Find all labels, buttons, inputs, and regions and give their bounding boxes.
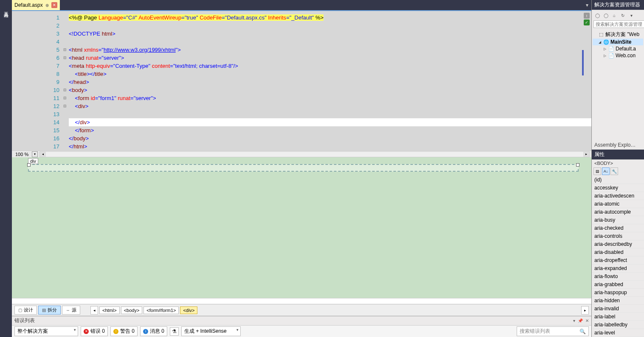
property-row[interactable]: aria-activedescen	[592, 192, 644, 200]
breadcrumb-prev-icon[interactable]: ◂	[90, 306, 98, 315]
property-row[interactable]: aria-dropeffect	[592, 256, 644, 265]
refresh-icon[interactable]: ↻	[619, 11, 627, 19]
scroll-left-icon[interactable]: ◂	[40, 152, 46, 157]
wrench-icon[interactable]: 🔧	[610, 167, 618, 175]
selected-element-outline[interactable]	[28, 164, 579, 172]
breadcrumb-div[interactable]: <div>	[180, 306, 197, 314]
breadcrumb-form[interactable]: <form#form1>	[143, 306, 179, 314]
property-row[interactable]: aria-level	[592, 329, 644, 337]
solution-tree[interactable]: ⬚解决方案 "Web ◢🌐MainSite ▷📄Default.a ▷📄Web.…	[592, 30, 644, 63]
property-row[interactable]: aria-busy	[592, 216, 644, 224]
error-search-input[interactable]: 搜索错误列表🔍	[517, 326, 589, 336]
property-row[interactable]: aria-haspopup	[592, 289, 644, 297]
source-icon: ↔	[66, 308, 70, 312]
filter-icon: ⚗	[172, 329, 177, 334]
view-switcher-bar: ▢设计 ▤拆分 ↔源 ◂ <html> <body> <form#form1> …	[12, 304, 591, 316]
build-dropdown[interactable]: 生成 + IntelliSense	[181, 326, 241, 336]
tab-overflow-icon[interactable]: ▾	[583, 0, 591, 10]
filter-button[interactable]: ⚗	[170, 327, 179, 336]
assembly-explorer-header[interactable]: Assembly Explo…	[592, 141, 644, 150]
warning-icon: !	[113, 329, 118, 334]
property-row[interactable]: aria-grabbed	[592, 281, 644, 289]
search-icon: 🔍	[579, 329, 586, 334]
info-icon: i	[143, 329, 148, 334]
toolbox-label: 工具箱	[3, 8, 9, 10]
properties-object: <BODY>	[592, 160, 644, 167]
ok-icon: ✓	[584, 19, 590, 25]
solution-search-input[interactable]	[593, 20, 644, 28]
editor-footer: 100 % ▾ ◂ ▸	[12, 150, 591, 157]
zoom-dropdown-icon[interactable]: ▾	[32, 151, 38, 157]
toolbox-strip[interactable]: 工具箱	[0, 0, 12, 337]
more-icon[interactable]: ▾	[627, 11, 635, 19]
property-row[interactable]: (id)	[592, 176, 644, 184]
editor-status-indicators: ↕ ✓	[584, 13, 591, 25]
horizontal-scrollbar[interactable]: ◂ ▸	[39, 151, 590, 157]
property-row[interactable]: accesskey	[592, 184, 644, 192]
categorized-icon[interactable]: ▤	[593, 167, 601, 175]
code-content[interactable]: <%@ Page Language="C#" AutoEventWireup="…	[68, 11, 591, 150]
view-design-button[interactable]: ▢设计	[14, 306, 37, 315]
property-row[interactable]: aria-atomic	[592, 200, 644, 208]
line-numbers: 1234567891011121314151617	[12, 11, 62, 150]
property-row[interactable]: aria-labelledby	[592, 321, 644, 329]
messages-filter[interactable]: i消息 0	[140, 326, 167, 336]
warnings-filter[interactable]: !警告 0	[110, 326, 138, 336]
change-marker	[582, 50, 584, 75]
close-icon[interactable]: ✕	[51, 2, 57, 8]
error-icon: ✕	[84, 329, 89, 334]
scroll-right-icon[interactable]: ▸	[583, 152, 589, 157]
split-view-icon: ▤	[42, 308, 46, 312]
split-icon[interactable]: ↕	[584, 13, 590, 19]
view-source-button[interactable]: ↔源	[62, 306, 80, 315]
properties-list[interactable]: (id)accesskeyaria-activedescenaria-atomi…	[592, 176, 644, 337]
property-row[interactable]: aria-expanded	[592, 265, 644, 273]
breadcrumb-body[interactable]: <body>	[121, 306, 143, 314]
view-split-button[interactable]: ▤拆分	[38, 306, 61, 315]
properties-toolbar: ▤ A↓ 🔧	[592, 167, 644, 176]
error-list-title: 错误列表	[14, 317, 571, 324]
close-panel-icon[interactable]: ✕	[585, 318, 589, 323]
file-icon: 📄	[608, 53, 614, 58]
errors-filter[interactable]: ✕错误 0	[81, 326, 108, 336]
document-tabstrip: Default.aspx ⊕ ✕ ▾	[12, 0, 591, 10]
design-preview[interactable]: div	[12, 157, 591, 298]
error-list-toolbar: 整个解决方案 ✕错误 0 !警告 0 i消息 0 ⚗ 生成 + IntelliS…	[12, 325, 591, 337]
properties-header[interactable]: 属性	[592, 150, 644, 160]
scope-dropdown[interactable]: 整个解决方案	[14, 326, 78, 336]
breadcrumb-html[interactable]: <html>	[99, 306, 120, 314]
fold-gutter[interactable]: ⊟⊟⊟⊟⊟	[62, 11, 68, 150]
solution-explorer-toolbar: ◯ ◯ ⌂ ↻ ▾	[592, 10, 644, 20]
property-row[interactable]: aria-hidden	[592, 297, 644, 305]
preview-scrollbar[interactable]	[12, 298, 591, 304]
home-icon[interactable]: ⌂	[610, 11, 618, 19]
property-row[interactable]: aria-label	[592, 313, 644, 321]
error-list-header[interactable]: 错误列表 ▾ 📌 ✕	[12, 316, 591, 325]
property-row[interactable]: aria-disabled	[592, 248, 644, 256]
pin-icon[interactable]: ⊕	[45, 3, 49, 8]
window-menu-icon[interactable]: ▾	[573, 318, 575, 323]
globe-icon: 🌐	[603, 39, 609, 45]
property-row[interactable]: aria-invalid	[592, 305, 644, 313]
forward-icon[interactable]: ◯	[602, 11, 610, 19]
property-row[interactable]: aria-controls	[592, 232, 644, 240]
property-row[interactable]: aria-describedby	[592, 240, 644, 248]
document-tab[interactable]: Default.aspx ⊕ ✕	[12, 0, 60, 10]
back-icon[interactable]: ◯	[593, 11, 601, 19]
property-row[interactable]: aria-flowto	[592, 273, 644, 281]
file-icon: 📄	[608, 46, 614, 52]
solution-icon: ⬚	[598, 32, 604, 37]
code-editor[interactable]: 1234567891011121314151617 ⊟⊟⊟⊟⊟ <%@ Page…	[12, 10, 591, 150]
tab-label: Default.aspx	[14, 2, 43, 8]
design-icon: ▢	[18, 308, 22, 312]
breadcrumb-next-icon[interactable]: ▸	[581, 306, 589, 315]
pin-panel-icon[interactable]: 📌	[578, 318, 583, 323]
alphabetical-icon[interactable]: A↓	[602, 167, 610, 175]
property-row[interactable]: aria-autocomple	[592, 208, 644, 216]
property-row[interactable]: aria-checked	[592, 224, 644, 232]
zoom-level[interactable]: 100 %	[12, 152, 32, 157]
solution-explorer-header[interactable]: 解决方案资源管理器	[592, 0, 644, 10]
